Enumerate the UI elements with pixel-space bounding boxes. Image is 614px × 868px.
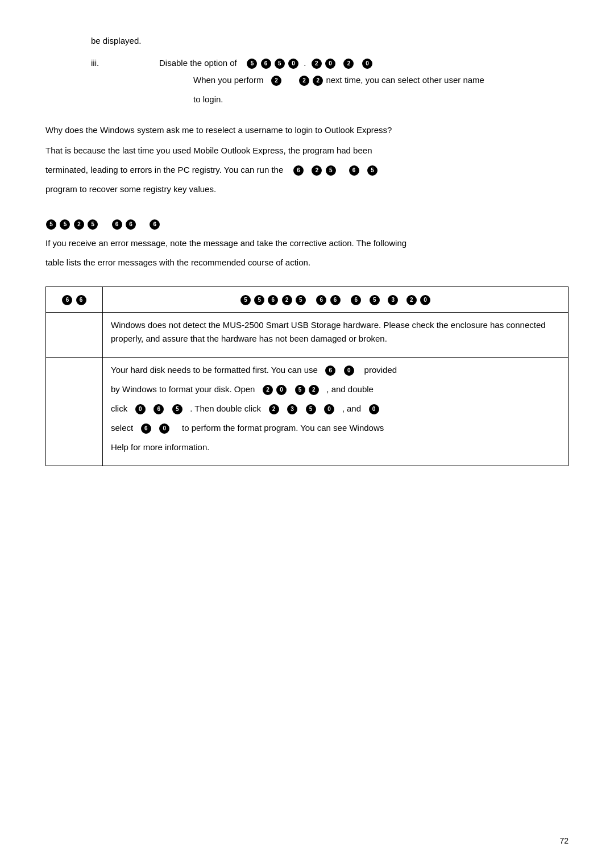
icon-th14: 0 [420,295,430,305]
page-number: 72 [559,836,569,845]
icon-t5: 5 [367,165,377,176]
icon-filled-2b: 2 [343,59,354,69]
icon-r2-14: 0 [369,404,379,414]
row2-line3: click 0 6 5 . Then double click 2 [111,402,560,416]
icon-h2: 5 [60,219,70,230]
iii-section: iii. Disable the option of 5 6 5 0 . 2 0… [45,58,569,106]
icon-t4: 6 [349,165,359,176]
icon-r2-13: 0 [324,404,334,414]
icon-th5: 6 [268,295,278,305]
icon-h7: 6 [150,219,160,230]
table-row1-col1 [46,312,103,357]
table-header-col2: 5 5 6 2 5 6 6 6 5 3 [103,286,569,312]
icon-filled-0a: 0 [288,59,298,69]
icon-when-2: 2 [271,76,281,86]
icon-r2-3: 2 [263,385,273,395]
icon-h3: 2 [74,219,84,230]
icon-th12: 3 [388,295,398,305]
error-section-header: 5 5 2 5 6 6 6 [45,219,569,230]
error-intro2: table lists the error messages with the … [45,256,569,269]
row2-line1: Your hard disk needs to be formatted fir… [111,363,560,377]
iii-to-login: to login. [125,93,569,106]
iii-when-row: When you perform 2 2 2 next time, you ca… [125,73,569,87]
icon-r2-15: 6 [141,423,151,434]
icon-r2-12: 5 [306,404,316,414]
icon-t3: 5 [326,165,336,176]
page: be displayed. iii. Disable the option of… [0,0,614,868]
icon-r2-7: 0 [135,404,146,414]
iii-row1: iii. Disable the option of 5 6 5 0 . 2 0… [45,58,569,69]
table-row-2: Your hard disk needs to be formatted fir… [46,357,569,466]
icon-filled-5b: 5 [275,59,285,69]
icon-h6: 6 [126,219,136,230]
icon-th3: 5 [240,295,251,305]
table-header-col1: 6 6 [46,286,103,312]
row2-line2: by Windows to format your disk. Open 2 0… [111,383,560,396]
icon-th1: 6 [62,295,72,305]
icon-th2: 6 [76,295,86,305]
icon-th4: 5 [254,295,264,305]
icon-r2-2: 0 [344,366,354,376]
icon-filled-0b: 0 [325,59,335,69]
icon-h1: 5 [46,219,56,230]
table-row2-col1 [46,357,103,466]
table-header-row: 6 6 5 5 6 2 5 6 6 6 [46,286,569,312]
error-table: 6 6 5 5 6 2 5 6 6 6 [45,286,569,466]
iii-label: iii. [91,58,125,68]
icon-t2: 2 [312,165,322,176]
icon-filled-2a: 2 [312,59,322,69]
terminated2-text: program to recover some registry key val… [45,182,569,196]
icon-th13: 2 [406,295,417,305]
be-displayed-text: be displayed. [91,34,569,48]
terminated-text: terminated, leading to errors in the PC … [45,163,569,177]
row2-line4: select 6 0 to perform the format program… [111,421,560,435]
icon-r2-11: 3 [287,404,297,414]
icon-th11: 5 [370,295,380,305]
table-row2-col2: Your hard disk needs to be formatted fir… [103,357,569,466]
icon-th8: 6 [316,295,326,305]
icon-h4: 5 [88,219,98,230]
icon-th7: 5 [296,295,306,305]
icon-r2-4: 0 [276,385,287,395]
icon-r2-8: 6 [154,404,164,414]
icon-r2-10: 2 [269,404,279,414]
icon-t1: 6 [293,165,304,176]
error-section: 5 5 2 5 6 6 6 If you receive an error me… [45,219,569,466]
icon-th9: 6 [330,295,341,305]
icon-th6: 2 [282,295,292,305]
row1-text: Windows does not detect the MUS-2500 Sma… [111,318,560,346]
icon-th10: 6 [351,295,361,305]
that-is-text: That is because the last time you used M… [45,144,569,157]
icon-r2-9: 5 [172,404,182,414]
why-question-text: Why does the Windows system ask me to re… [45,123,569,137]
icon-r2-16: 0 [159,423,169,434]
be-displayed-section: be displayed. [45,34,569,48]
icon-r2-5: 5 [295,385,305,395]
table-row-1: Windows does not detect the MUS-2500 Sma… [46,312,569,357]
why-section: Why does the Windows system ask me to re… [45,123,569,196]
icon-h5: 6 [112,219,122,230]
icon-when-2c: 2 [313,76,323,86]
iii-disable-text: Disable the option of 5 6 5 0 . 2 0 2 0 [159,58,373,68]
icon-filled-5a: 5 [247,59,257,69]
error-intro1: If you receive an error message, note th… [45,236,569,250]
icon-r2-1: 6 [325,366,335,376]
icon-r2-6: 2 [309,385,319,395]
icon-filled-6a: 6 [261,59,271,69]
and-text: , and [342,404,361,413]
be-displayed-label: be displayed. [91,36,141,45]
row2-line5: Help for more information. [111,441,560,454]
icon-filled-0c: 0 [362,59,372,69]
icon-when-2b: 2 [299,76,309,86]
table-row1-col2: Windows does not detect the MUS-2500 Sma… [103,312,569,357]
